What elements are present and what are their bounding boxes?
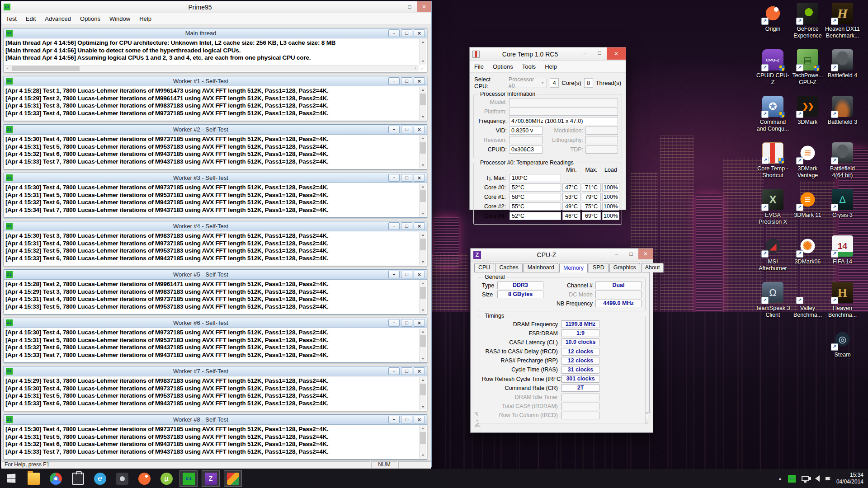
minimize-button[interactable] — [388, 319, 400, 327]
minimize-button[interactable] — [388, 126, 400, 133]
restore-button[interactable] — [401, 29, 412, 37]
vertical-scrollbar[interactable]: ▲ ▼ — [419, 39, 426, 65]
scroll-down-icon[interactable]: ▼ — [420, 58, 426, 65]
scrollbar-thumb[interactable] — [420, 190, 426, 202]
taskbar-utorrent[interactable] — [157, 470, 175, 487]
horizontal-scrollbar[interactable]: ‹ › — [5, 65, 419, 71]
close-button[interactable] — [414, 29, 425, 37]
minimize-button[interactable] — [388, 271, 400, 278]
processor-select[interactable]: Processor #0▼ — [506, 78, 547, 88]
scroll-down-icon[interactable]: ▼ — [420, 211, 426, 217]
scroll-up-icon[interactable]: ▲ — [420, 87, 426, 93]
menu-window[interactable]: Window — [105, 13, 135, 24]
minimize-button[interactable] — [388, 77, 400, 85]
vertical-scrollbar[interactable]: ▲ ▼ — [419, 280, 426, 314]
vertical-scrollbar[interactable]: ▲ ▼ — [419, 135, 426, 169]
desktop-icon-evga-precision[interactable]: X EVGA Precision X — [755, 188, 790, 235]
restore-button[interactable] — [401, 222, 412, 230]
vertical-scrollbar[interactable]: ▲ ▼ — [419, 377, 426, 410]
scrollbar-thumb[interactable] — [420, 335, 426, 347]
close-button[interactable] — [414, 174, 425, 182]
scroll-down-icon[interactable]: ▼ — [420, 259, 426, 265]
scroll-up-icon[interactable]: ▲ — [420, 135, 426, 141]
taskbar-prime95[interactable] — [179, 470, 198, 487]
maximize-button[interactable]: □ — [624, 249, 638, 259]
desktop-icon-steam[interactable]: ◎ Steam — [825, 328, 860, 374]
tab-memory[interactable]: Memory — [559, 263, 588, 272]
tab-caches[interactable]: Caches — [495, 263, 522, 272]
desktop-icon-3dmark11[interactable]: ≡ 3DMark 11 — [790, 188, 825, 235]
scroll-up-icon[interactable]: ▲ — [420, 377, 426, 383]
vertical-scrollbar[interactable]: ▲ ▼ — [419, 232, 426, 265]
scroll-up-icon[interactable]: ▲ — [420, 39, 426, 45]
menu-options[interactable]: Options — [488, 61, 518, 72]
restore-button[interactable] — [401, 271, 412, 278]
desktop-icon-teamspeak3[interactable]: Ω TeamSpeak 3 Client — [755, 281, 790, 328]
taskbar-chrome[interactable] — [47, 470, 65, 487]
taskbar-internet-explorer[interactable] — [91, 470, 109, 487]
desktop-icon-3dmark06[interactable]: ✺ 3DMark06 — [790, 235, 825, 281]
vertical-scrollbar[interactable]: ▲ ▼ — [419, 87, 426, 120]
resize-grip[interactable]: ⋰ — [419, 65, 426, 71]
child-titlebar[interactable]: Worker #1 - Self-Test — [4, 76, 427, 86]
restore-button[interactable] — [401, 126, 412, 133]
action-center-icon[interactable] — [826, 477, 830, 480]
child-titlebar[interactable]: Worker #7 - Self-Test — [4, 366, 427, 376]
taskbar-origin[interactable] — [135, 470, 153, 487]
desktop-icon-crysis3[interactable]: Δ Crysis 3 — [825, 188, 860, 235]
tab-about[interactable]: About — [641, 263, 664, 272]
restore-button[interactable] — [401, 367, 412, 375]
scroll-down-icon[interactable]: ▼ — [420, 114, 426, 120]
taskbar-media-app[interactable] — [113, 470, 131, 487]
minimize-button[interactable] — [388, 174, 400, 182]
scrollbar-thumb[interactable] — [420, 94, 426, 105]
start-button[interactable] — [0, 469, 23, 488]
minimize-button[interactable]: – — [609, 249, 624, 259]
scroll-up-icon[interactable]: ▲ — [420, 328, 426, 335]
desktop-icon-gpuz[interactable]: ▤ TechPowe... GPU-Z — [790, 48, 825, 95]
taskbar-coretemp[interactable] — [224, 470, 242, 487]
minimize-button[interactable] — [388, 29, 400, 37]
maximize-button[interactable]: □ — [402, 1, 417, 12]
scrollbar-thumb[interactable] — [12, 66, 80, 71]
tab-spd[interactable]: SPD — [589, 263, 609, 272]
scrollbar-thumb[interactable] — [420, 239, 426, 250]
menu-advanced[interactable]: Advanced — [40, 13, 75, 24]
network-icon[interactable] — [802, 476, 809, 481]
taskbar-file-explorer[interactable] — [24, 470, 42, 487]
desktop-icon-coretemp-shortcut[interactable]: Core Temp - Shortcut — [755, 141, 790, 188]
coretemp-titlebar[interactable]: Core Temp 1.0 RC5 – □ ✕ — [470, 47, 626, 61]
scrollbar-thumb[interactable] — [420, 384, 426, 395]
child-titlebar[interactable]: Main thread — [4, 28, 427, 38]
desktop-icon-3dmark-vantage[interactable]: ≡ 3DMark Vantage — [790, 141, 825, 188]
desktop-icon-battlefield4-64[interactable]: Battlefield 4(64 bit) — [825, 141, 860, 188]
child-titlebar[interactable]: Worker #2 - Self-Test — [4, 125, 427, 135]
restore-button[interactable] — [401, 319, 412, 327]
close-button[interactable] — [414, 319, 425, 327]
scroll-down-icon[interactable]: ▼ — [420, 307, 426, 314]
minimize-button[interactable]: – — [388, 1, 402, 12]
close-button[interactable] — [414, 77, 425, 85]
scroll-down-icon[interactable]: ▼ — [420, 356, 426, 362]
child-titlebar[interactable]: Worker #3 - Self-Test — [4, 173, 427, 183]
vertical-scrollbar[interactable]: ▲ ▼ — [419, 183, 426, 217]
close-button[interactable]: ✕ — [417, 1, 431, 12]
menu-file[interactable]: File — [470, 61, 488, 72]
desktop-icon-battlefield3[interactable]: Battlefield 3 — [825, 95, 860, 141]
menu-test[interactable]: Test — [1, 13, 21, 24]
scroll-right-icon[interactable]: › — [412, 66, 419, 71]
scroll-up-icon[interactable]: ▲ — [420, 280, 426, 286]
scrollbar-thumb[interactable] — [420, 142, 426, 154]
scroll-up-icon[interactable]: ▲ — [420, 232, 426, 238]
desktop-icon-heaven-benchmark[interactable]: H Heaven Benchma... — [825, 281, 860, 328]
tab-cpu[interactable]: CPU — [474, 263, 494, 272]
desktop-icon-battlefield4[interactable]: Battlefield 4 — [825, 48, 860, 95]
minimize-button[interactable] — [388, 222, 400, 230]
child-titlebar[interactable]: Worker #4 - Self-Test — [4, 221, 427, 231]
tray-chevron-up-icon[interactable]: ▲ — [778, 476, 782, 481]
menu-help[interactable]: Help — [540, 61, 561, 72]
prime95-tray-icon[interactable] — [788, 475, 796, 483]
desktop-icon-origin[interactable]: Origin — [755, 2, 790, 48]
maximize-button[interactable]: □ — [592, 47, 607, 58]
restore-button[interactable] — [401, 416, 412, 423]
